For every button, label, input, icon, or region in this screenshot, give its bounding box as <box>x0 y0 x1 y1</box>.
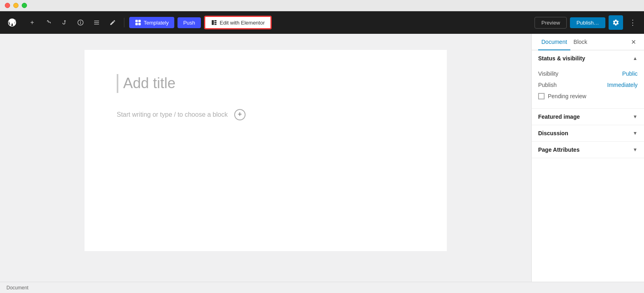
svg-rect-5 <box>94 24 99 24</box>
tab-document[interactable]: Document <box>538 34 570 50</box>
undo-button[interactable] <box>42 16 55 29</box>
featured-image-header[interactable]: Featured image ▼ <box>532 109 644 125</box>
push-button[interactable]: Push <box>178 17 201 28</box>
svg-rect-4 <box>94 22 99 23</box>
list-view-button[interactable] <box>90 16 103 29</box>
publish-button[interactable]: Publish… <box>570 17 605 28</box>
pending-review-row: Pending review <box>538 91 638 102</box>
add-block-inline-button[interactable]: + <box>234 109 246 120</box>
status-visibility-content: Visibility Public Publish Immediately Pe… <box>532 66 644 108</box>
status-visibility-section: Status & visibility ▲ Visibility Public … <box>532 50 644 109</box>
featured-image-section: Featured image ▼ <box>532 109 644 125</box>
status-visibility-header[interactable]: Status & visibility ▲ <box>532 50 644 66</box>
publish-row: Publish Immediately <box>538 79 638 91</box>
visibility-label: Visibility <box>538 70 558 77</box>
minimize-btn[interactable] <box>13 3 19 8</box>
tab-block[interactable]: Block <box>570 34 590 50</box>
svg-rect-3 <box>94 21 99 21</box>
titlebar <box>0 0 644 11</box>
edit-with-elementor-button[interactable]: Edit with Elementor <box>204 16 272 29</box>
info-button[interactable] <box>74 16 87 29</box>
preview-button[interactable]: Preview <box>535 17 567 29</box>
svg-rect-13 <box>214 24 216 25</box>
svg-rect-1 <box>80 22 80 24</box>
templately-button[interactable]: Templately <box>129 17 174 28</box>
svg-rect-11 <box>214 20 216 21</box>
discussion-section: Discussion ▼ <box>532 125 644 142</box>
svg-rect-7 <box>138 20 141 22</box>
page-attributes-section: Page Attributes ▼ <box>532 142 644 158</box>
more-options-button[interactable]: ⋮ <box>626 16 639 29</box>
wp-logo[interactable] <box>5 15 19 30</box>
svg-rect-10 <box>212 20 214 25</box>
chevron-up-icon: ▲ <box>633 56 638 61</box>
visibility-value[interactable]: Public <box>622 70 638 77</box>
svg-rect-9 <box>138 23 141 25</box>
editor-area: Start writing or type / to choose a bloc… <box>0 34 531 282</box>
sidebar-close-button[interactable]: × <box>630 36 638 48</box>
pending-review-label: Pending review <box>548 93 586 99</box>
svg-rect-8 <box>135 23 138 25</box>
svg-rect-6 <box>135 20 138 22</box>
publish-value[interactable]: Immediately <box>607 82 638 88</box>
status-bar-label: Document <box>6 285 29 291</box>
title-input[interactable] <box>117 74 415 93</box>
visibility-row: Visibility Public <box>538 68 638 79</box>
svg-rect-12 <box>214 22 216 23</box>
sidebar: Document Block × Status & visibility ▲ V… <box>531 34 644 282</box>
svg-point-0 <box>80 21 81 22</box>
settings-button[interactable] <box>609 15 623 30</box>
separator-1 <box>124 18 124 27</box>
editor-canvas: Start writing or type / to choose a bloc… <box>85 50 447 251</box>
sidebar-tabs: Document Block × <box>532 34 644 50</box>
redo-button[interactable] <box>58 16 71 29</box>
chevron-down-icon-featured: ▼ <box>633 114 638 120</box>
pending-review-checkbox[interactable] <box>538 93 545 99</box>
maximize-btn[interactable] <box>22 3 27 8</box>
chevron-down-icon-page: ▼ <box>633 147 638 153</box>
status-bar: Document <box>0 282 644 293</box>
chevron-down-icon-discussion: ▼ <box>633 130 638 136</box>
toolbar: + Templately Push Edit with Elementor <box>0 11 644 34</box>
main-area: Start writing or type / to choose a bloc… <box>0 34 644 282</box>
edit-button[interactable] <box>106 16 119 29</box>
discussion-header[interactable]: Discussion ▼ <box>532 125 644 141</box>
page-attributes-header[interactable]: Page Attributes ▼ <box>532 142 644 158</box>
content-placeholder: Start writing or type / to choose a bloc… <box>117 111 228 118</box>
publish-label: Publish <box>538 82 557 88</box>
close-btn[interactable] <box>5 3 10 8</box>
add-block-toolbar-button[interactable]: + <box>26 16 39 29</box>
content-area[interactable]: Start writing or type / to choose a bloc… <box>117 109 415 120</box>
